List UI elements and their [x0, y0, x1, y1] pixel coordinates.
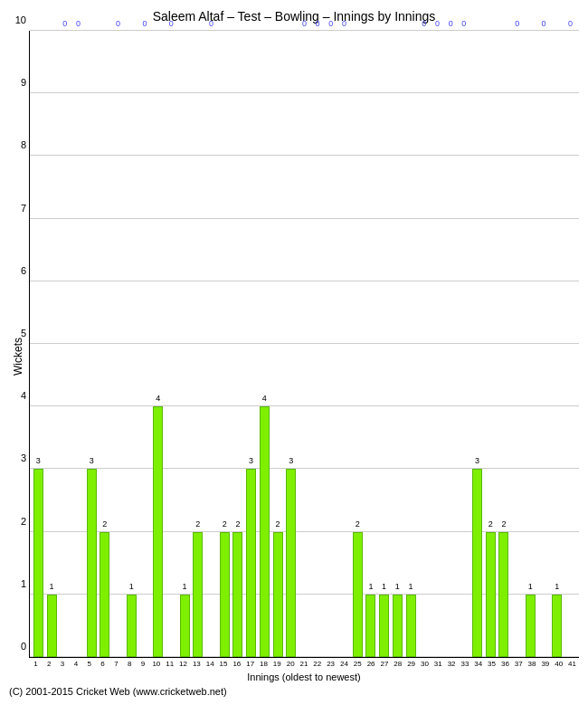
bar-group: 0 [337, 31, 351, 657]
x-tick-label: 38 [526, 660, 539, 668]
bar-zero-label: 0 [169, 19, 174, 655]
bar-zero-label: 0 [449, 19, 453, 655]
bar-zero-label: 0 [422, 19, 426, 655]
copyright: (C) 2001-2015 Cricket Web (www.cricketwe… [9, 686, 227, 697]
bar: 1 [365, 595, 375, 657]
bar-group: 2 [351, 31, 365, 657]
bar-value-label: 2 [501, 519, 506, 529]
x-axis-label: Innings (oldest to newest) [29, 672, 579, 682]
x-tick-label: 4 [69, 660, 82, 668]
bar-value-label: 2 [102, 519, 107, 529]
x-tick-label: 30 [418, 660, 432, 668]
y-tick-label: 4 [21, 390, 26, 401]
bar: 1 [393, 595, 403, 657]
bar-value-label: 3 [475, 456, 479, 465]
bar-value-label: 1 [528, 582, 533, 591]
x-tick-label: 26 [365, 660, 378, 668]
bar-value-label: 3 [90, 456, 94, 465]
bar-group: 0 [298, 31, 311, 657]
bar-group: 1 [45, 31, 59, 657]
bar-group: 0 [510, 31, 524, 657]
bar-group: 0 [444, 31, 458, 657]
bar-group: 0 [165, 31, 178, 657]
bar-zero-label: 0 [435, 19, 440, 655]
bar-group: 2 [498, 31, 511, 657]
x-tick-label: 35 [485, 660, 498, 668]
bar-group: 0 [71, 31, 85, 657]
bar: 2 [232, 532, 242, 657]
x-tick-label: 29 [404, 660, 418, 668]
bar: 2 [220, 532, 230, 657]
bar-group: 3 [244, 31, 258, 657]
bar-zero-label: 0 [461, 19, 466, 655]
y-tick-label: 9 [21, 77, 26, 88]
bar-value-label: 1 [50, 582, 54, 591]
bar-group: 0 [417, 31, 431, 657]
x-tick-label: 41 [565, 660, 579, 668]
x-tick-label: 24 [337, 660, 351, 668]
x-tick-label: 28 [391, 660, 404, 668]
bar-value-label: 3 [249, 456, 253, 465]
bar-group: 3 [284, 31, 298, 657]
bar-group: 3 [470, 31, 484, 657]
y-tick-label: 5 [21, 328, 26, 338]
x-tick-label: 21 [298, 660, 311, 668]
bar: 2 [353, 532, 363, 657]
bar-zero-label: 0 [209, 19, 213, 655]
plot-area: 3100320104012022342300002111100003220101… [29, 31, 579, 658]
y-tick-label: 8 [21, 139, 26, 150]
bar-zero-label: 0 [328, 19, 333, 655]
x-tick-label: 39 [538, 660, 552, 668]
bar-value-label: 2 [195, 519, 200, 529]
x-tick-label: 34 [471, 660, 485, 668]
bar-group: 0 [431, 31, 444, 657]
x-tick-label: 37 [512, 660, 526, 668]
bar-group: 1 [377, 31, 391, 657]
x-tick-label: 36 [498, 660, 512, 668]
y-tick-label: 3 [21, 452, 26, 463]
y-tick-label: 0 [21, 641, 26, 652]
y-tick-label: 6 [21, 265, 26, 276]
bar-group: 0 [564, 31, 577, 657]
bar-value-label: 2 [488, 519, 493, 529]
bar-zero-label: 0 [76, 19, 81, 655]
bar-value-label: 3 [289, 456, 293, 465]
bars-container: 3100320104012022342300002111100003220101… [30, 31, 579, 657]
bar: 2 [273, 532, 283, 657]
bar: 4 [153, 406, 163, 657]
bar-group: 2 [271, 31, 285, 657]
bar-zero-label: 0 [568, 19, 573, 655]
x-tick-label: 31 [432, 660, 445, 668]
chart-inner: 3100320104012022342300002111100003220101… [29, 31, 579, 682]
bar: 4 [260, 406, 270, 657]
bar-value-label: 1 [368, 582, 373, 591]
bar-value-label: 2 [235, 519, 240, 529]
bar-group: 3 [85, 31, 99, 657]
bar: 2 [100, 532, 109, 657]
bar-group: 2 [218, 31, 232, 657]
x-tick-label: 32 [445, 660, 459, 668]
bar-group: 4 [258, 31, 271, 657]
bar-group: 1 [391, 31, 404, 657]
bar-group: 1 [125, 31, 138, 657]
bar-group: 0 [204, 31, 218, 657]
bar-value-label: 2 [275, 519, 280, 529]
x-tick-label: 6 [96, 660, 109, 668]
bar-value-label: 1 [382, 582, 386, 591]
bar-value-label: 1 [129, 582, 134, 591]
bar-value-label: 1 [409, 582, 413, 591]
bar-zero-label: 0 [62, 19, 67, 655]
bar: 1 [406, 595, 416, 657]
x-tick-label: 25 [351, 660, 365, 668]
bar-group: 1 [550, 31, 564, 657]
bar-value-label: 4 [156, 394, 160, 403]
bar-group: 0 [537, 31, 551, 657]
bar: 3 [472, 469, 482, 657]
y-tick-label: 2 [21, 516, 26, 527]
bar-value-label: 1 [555, 582, 559, 591]
x-tick-label: 5 [82, 660, 96, 668]
x-tick-label: 10 [149, 660, 163, 668]
bar-group: 2 [191, 31, 204, 657]
bar: 3 [286, 469, 296, 657]
x-tick-label: 15 [217, 660, 231, 668]
